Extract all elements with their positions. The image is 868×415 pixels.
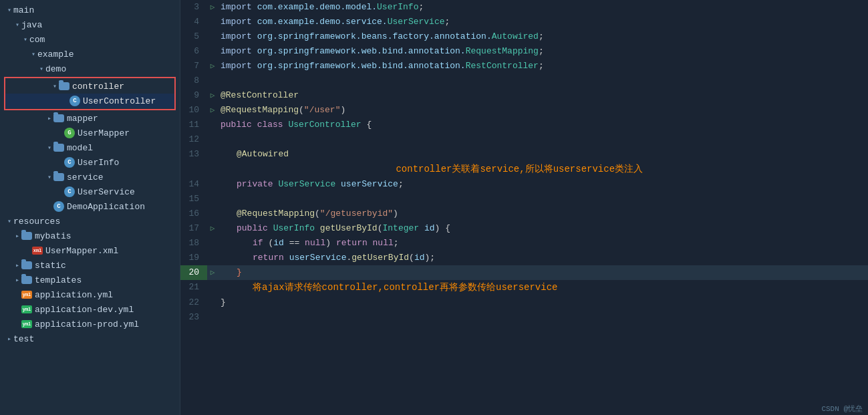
tree-item-mapper[interactable]: ▸ mapper (0, 111, 180, 126)
label-resources: resources (13, 217, 60, 227)
tree-item-application-prod[interactable]: yml application-prod.yml (0, 317, 180, 331)
code-text-18: if (id == null) return null; (218, 236, 868, 251)
leaf-icon-dev: yml (21, 305, 32, 313)
tree-item-resources[interactable]: ▾ resources (0, 214, 180, 229)
gutter-3: ▷ (207, 0, 218, 15)
highlight-box: ▾ controller C UserController (4, 77, 176, 110)
code-text-4: import com.example.demo.service.UserServ… (218, 15, 868, 29)
label-example: example (37, 49, 74, 59)
tree-item-test[interactable]: ▸ test (0, 331, 180, 346)
label-controller: controller (72, 82, 124, 92)
tree-item-application-yml[interactable]: yml application.yml (0, 287, 180, 302)
code-line-3: 3 ▷ import com.example.demo.model.UserIn… (180, 0, 868, 15)
tree-item-mybatis[interactable]: ▸ mybatis (0, 229, 180, 243)
tree-item-example[interactable]: ▾ example (0, 47, 180, 61)
code-text-14: private UserService userService; (218, 177, 868, 192)
code-line-7: 7 ▷ import org.springframework.web.bind.… (180, 59, 868, 74)
code-text-23 (218, 310, 868, 325)
code-text-16: @RequestMapping("/getuserbyid") (218, 206, 868, 221)
code-text-8 (218, 74, 868, 88)
line-number-23: 23 (180, 310, 207, 325)
code-line-21: 21 将ajax请求传给controller,controller再将参数传给u… (180, 280, 868, 295)
tree-item-usermapper-xml[interactable]: xml UserMapper.xml (0, 243, 180, 258)
code-text-11: public class UserController { (218, 118, 868, 132)
file-tree[interactable]: ▾ main ▾ java ▾ com ▾ example ▾ demo ▾ c… (0, 0, 180, 415)
label-templates: templates (35, 275, 82, 285)
gutter-10: ▷ (207, 103, 218, 118)
label-application-prod: application-prod.yml (35, 319, 139, 329)
gutter-20: ▷ (207, 265, 218, 280)
tree-item-demo[interactable]: ▾ demo (0, 61, 180, 76)
code-line-6: 6 import org.springframework.web.bind.an… (180, 44, 868, 59)
tree-item-templates[interactable]: ▸ templates (0, 273, 180, 287)
line-number-17: 17 (180, 221, 207, 236)
code-line-8: 8 (180, 74, 868, 88)
tree-item-demoapplication[interactable]: C DemoApplication (0, 199, 180, 214)
arrow-static: ▸ (13, 261, 21, 269)
arrow-mapper: ▸ (45, 114, 53, 122)
code-content-area: 3 ▷ import com.example.demo.model.UserIn… (180, 0, 868, 325)
folder-icon-mybatis (21, 232, 32, 240)
code-editor[interactable]: 3 ▷ import com.example.demo.model.UserIn… (180, 0, 868, 415)
line-number-14: 14 (180, 177, 207, 192)
line-number-19: 19 (180, 251, 207, 265)
code-line-14: 14 private UserService userService; (180, 177, 868, 192)
label-service: service (67, 172, 104, 182)
arrow-test: ▸ (5, 335, 13, 343)
tree-item-userservice[interactable]: C UserService (0, 184, 180, 199)
line-number-21: 21 (180, 280, 207, 295)
arrow-resources: ▾ (5, 217, 13, 225)
tree-item-static[interactable]: ▸ static (0, 258, 180, 273)
arrow-templates: ▸ (13, 276, 21, 284)
code-line-9: 9 ▷ @RestController (180, 88, 868, 103)
comment-line21: 将ajax请求传给controller,controller再将参数传给user… (253, 282, 557, 293)
arrow-main: ▾ (5, 6, 13, 14)
code-text-15 (218, 192, 868, 206)
line-number-16: 16 (180, 206, 207, 221)
code-line-13: 13 @Autowired controller关联着service,所以将us… (180, 147, 868, 177)
tree-item-userinfo[interactable]: C UserInfo (0, 155, 180, 170)
label-com: com (29, 35, 45, 45)
line-number-18: 18 (180, 236, 207, 251)
label-application-dev: application-dev.yml (35, 305, 134, 315)
line-number-4: 4 (180, 15, 207, 29)
tree-item-main[interactable]: ▾ main (0, 3, 180, 17)
label-demoapplication: DemoApplication (67, 202, 145, 212)
gutter-9: ▷ (207, 88, 218, 103)
tree-item-application-dev[interactable]: yml application-dev.yml (0, 302, 180, 317)
line-number-3: 3 (180, 0, 207, 15)
code-text-5: import org.springframework.beans.factory… (218, 29, 868, 44)
label-test: test (13, 334, 34, 344)
code-text-19: return userService.getUserById(id); (218, 251, 868, 265)
label-java: java (21, 20, 42, 30)
line-number-22: 22 (180, 295, 207, 310)
label-usermapper-xml: UserMapper.xml (45, 246, 118, 256)
gutter-17: ▷ (207, 221, 218, 236)
leaf-icon-prod: yml (21, 320, 32, 328)
tree-item-usermapper[interactable]: G UserMapper (0, 126, 180, 140)
class-icon-demoapplication: C (53, 201, 64, 212)
code-text-21: 将ajax请求传给controller,controller再将参数传给user… (218, 280, 868, 295)
label-usermapper: UserMapper (78, 128, 130, 138)
statusbar-text: CSDN @忧垒 (821, 405, 863, 413)
tree-item-controller[interactable]: ▾ controller (5, 79, 174, 94)
tree-item-com[interactable]: ▾ com (0, 32, 180, 47)
code-text-22: } (218, 295, 868, 310)
arrow-example: ▾ (29, 50, 37, 58)
code-line-22: 22 } (180, 295, 868, 310)
line-number-5: 5 (180, 29, 207, 44)
class-icon-userservice: C (64, 186, 75, 197)
tree-item-usercontroller[interactable]: C UserController (5, 94, 174, 108)
comment-line13: controller关联着service,所以将userservice类注入 (396, 164, 643, 174)
code-line-4: 4 import com.example.demo.service.UserSe… (180, 15, 868, 29)
tree-item-service[interactable]: ▾ service (0, 170, 180, 184)
code-text-9: @RestController (218, 88, 868, 103)
arrow-com: ▾ (21, 35, 29, 43)
class-icon-usercontroller: C (69, 96, 80, 106)
tree-item-model[interactable]: ▾ model (0, 140, 180, 155)
code-line-10: 10 ▷ @RequestMapping("/user") (180, 103, 868, 118)
tree-item-java[interactable]: ▾ java (0, 17, 180, 32)
code-line-23: 23 (180, 310, 868, 325)
label-userinfo: UserInfo (78, 158, 119, 168)
arrow-mybatis: ▸ (13, 232, 21, 240)
